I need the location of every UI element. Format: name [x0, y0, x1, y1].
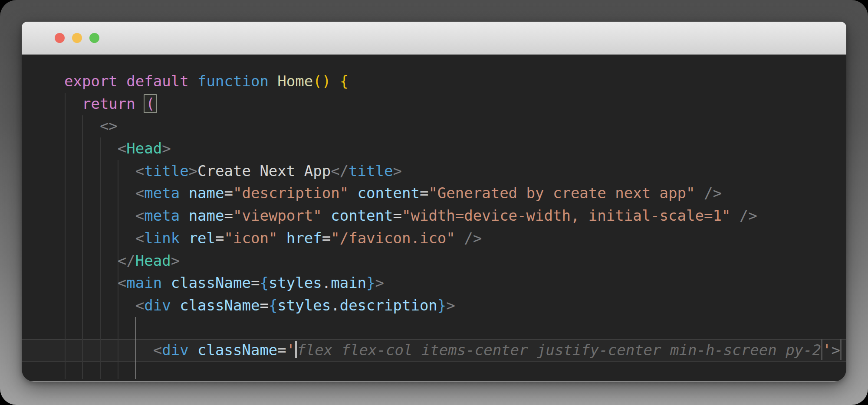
- code-token: >: [162, 140, 171, 157]
- code-token: name: [189, 207, 224, 224]
- code-editor[interactable]: export default function Home() { return …: [22, 55, 846, 381]
- code-token: .: [331, 297, 339, 314]
- code-content: export default function Home() { return …: [22, 55, 846, 362]
- code-token: "/favicon.ico": [331, 229, 455, 247]
- code-token: meta: [144, 184, 180, 202]
- code-line: export default function Home() {: [64, 70, 846, 93]
- code-token: [180, 184, 188, 202]
- code-line: <main className={styles.main}>: [64, 272, 846, 294]
- code-token: Home: [277, 72, 313, 90]
- code-token: div: [162, 341, 188, 359]
- code-token: main: [331, 274, 366, 291]
- code-line: [64, 317, 846, 340]
- ghost-text-suggestion: flex flex-col items-center justify-cente…: [297, 341, 821, 359]
- code-line: </Head>: [64, 250, 846, 272]
- code-token: "Generated by create next app": [428, 184, 695, 202]
- code-token: >: [171, 252, 180, 269]
- code-token: >: [832, 341, 840, 359]
- code-token: main: [126, 274, 162, 291]
- code-token: [171, 297, 180, 314]
- code-token: [189, 72, 197, 90]
- code-token: </: [118, 252, 135, 269]
- code-line: return (: [64, 93, 846, 115]
- code-token: [331, 72, 339, 90]
- code-token: <>: [100, 117, 118, 134]
- code-token: =: [251, 274, 260, 291]
- code-token: [64, 229, 135, 247]
- code-token: [64, 297, 135, 314]
- code-token: link: [144, 229, 180, 247]
- code-token: [322, 207, 331, 224]
- matched-bracket: (: [144, 94, 157, 113]
- code-token: [64, 341, 153, 359]
- code-token: {: [340, 72, 349, 90]
- code-token: meta: [144, 207, 180, 224]
- code-token: <: [135, 229, 144, 247]
- code-token: <: [135, 162, 144, 180]
- code-token: className: [180, 297, 260, 314]
- code-token: className: [171, 274, 251, 291]
- code-token: name: [189, 184, 224, 202]
- code-token: [64, 252, 118, 269]
- code-line: <>: [64, 115, 846, 137]
- code-token: [455, 229, 464, 247]
- code-token: description: [340, 297, 437, 314]
- code-token: =: [260, 297, 268, 314]
- code-token: title: [144, 162, 188, 180]
- screenshot-backdrop: export default function Home() { return …: [0, 0, 868, 405]
- code-token: <: [135, 184, 144, 202]
- code-token: />: [464, 229, 482, 247]
- code-token: "description": [233, 184, 349, 202]
- code-token: [135, 95, 144, 112]
- code-token: return: [82, 95, 135, 112]
- zoom-button[interactable]: [89, 33, 99, 43]
- code-line: <title>Create Next App</title>: [64, 160, 846, 183]
- code-token: =: [224, 184, 233, 202]
- code-token: [64, 140, 118, 157]
- code-line: <link rel="icon" href="/favicon.ico" />: [64, 227, 846, 250]
- code-token: [695, 184, 704, 202]
- code-token: "width=device-width, initial-scale=1": [402, 207, 730, 224]
- code-token: className: [197, 341, 277, 359]
- code-token: "viewport": [233, 207, 322, 224]
- code-token: styles: [277, 297, 331, 314]
- code-token: [180, 207, 188, 224]
- minimize-button[interactable]: [72, 33, 82, 43]
- code-token: =: [420, 184, 428, 202]
- code-token: <: [135, 297, 144, 314]
- code-token: export: [64, 72, 118, 90]
- code-token: />: [740, 207, 757, 224]
- code-token: {: [260, 274, 268, 291]
- code-token: [64, 95, 82, 112]
- code-token: [162, 274, 171, 291]
- ghost-text-boundary-bar: [840, 339, 842, 360]
- code-token: <: [135, 207, 144, 224]
- code-token: <: [118, 140, 126, 157]
- code-token: .: [322, 274, 331, 291]
- code-token: {: [269, 297, 277, 314]
- code-token: [277, 229, 286, 247]
- code-token: content: [331, 207, 393, 224]
- code-line: <Head>: [64, 137, 846, 160]
- editor-window: export default function Home() { return …: [22, 22, 846, 382]
- code-token: [64, 184, 135, 202]
- code-token: "icon": [224, 229, 278, 247]
- code-token: rel: [189, 229, 215, 247]
- code-token: />: [704, 184, 722, 202]
- window-titlebar[interactable]: [22, 22, 846, 55]
- code-line: <div className={styles.description}>: [64, 294, 846, 317]
- close-button[interactable]: [55, 33, 65, 43]
- code-token: =: [224, 207, 233, 224]
- code-token: div: [144, 297, 171, 314]
- code-token: }: [437, 297, 446, 314]
- code-token: =: [322, 229, 331, 247]
- code-token: [189, 341, 197, 359]
- code-token: >: [393, 162, 401, 180]
- code-token: href: [286, 229, 322, 247]
- code-token: [730, 207, 739, 224]
- code-token: content: [358, 184, 420, 202]
- code-line: <div className='flex flex-col items-cent…: [64, 339, 846, 362]
- code-token: =: [277, 341, 286, 359]
- code-token: default: [126, 72, 188, 90]
- code-token: Create Next App: [197, 162, 331, 180]
